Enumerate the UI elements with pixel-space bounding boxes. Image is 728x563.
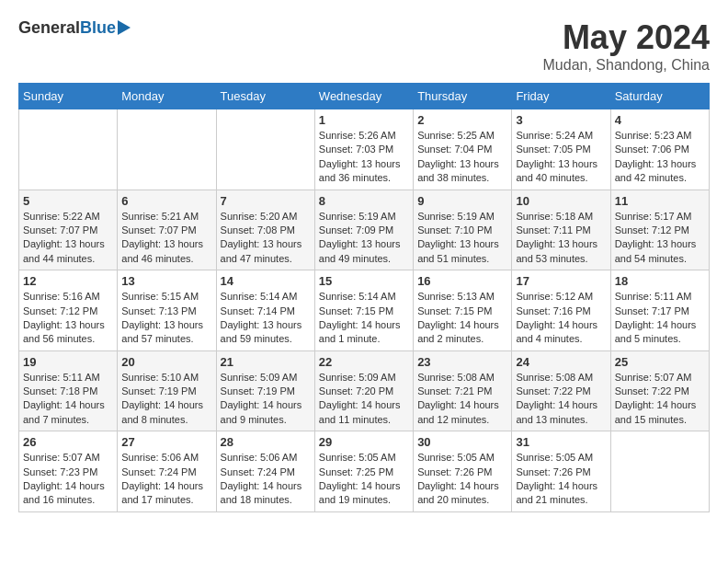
day-info: Sunrise: 5:12 AMSunset: 7:16 PMDaylight:…	[516, 290, 606, 347]
calendar-week-row: 5Sunrise: 5:22 AMSunset: 7:07 PMDaylight…	[19, 190, 710, 270]
day-info-line: Sunset: 7:25 PM	[319, 466, 393, 477]
day-info: Sunrise: 5:20 AMSunset: 7:08 PMDaylight:…	[221, 210, 311, 267]
day-info: Sunrise: 5:21 AMSunset: 7:07 PMDaylight:…	[121, 210, 211, 267]
day-number: 5	[23, 194, 113, 208]
day-info-line: Sunrise: 5:05 AM	[319, 452, 396, 463]
calendar-cell: 20Sunrise: 5:10 AMSunset: 7:19 PMDayligh…	[118, 350, 216, 431]
day-info-line: Sunset: 7:24 PM	[221, 466, 295, 477]
day-info-line: Sunrise: 5:16 AM	[23, 291, 100, 302]
calendar-cell: 26Sunrise: 5:07 AMSunset: 7:23 PMDayligh…	[19, 431, 118, 512]
day-info-line: Sunset: 7:22 PM	[516, 385, 590, 396]
day-info-line: and 57 minutes.	[121, 333, 193, 344]
day-info-line: Daylight: 13 hours	[23, 238, 105, 249]
calendar-cell	[216, 109, 314, 190]
day-info: Sunrise: 5:25 AMSunset: 7:04 PMDaylight:…	[417, 129, 507, 186]
day-info-line: Daylight: 14 hours	[23, 399, 105, 410]
calendar-cell: 24Sunrise: 5:08 AMSunset: 7:22 PMDayligh…	[512, 350, 610, 431]
day-info-line: Sunset: 7:08 PM	[221, 224, 295, 236]
day-info-line: Daylight: 14 hours	[417, 399, 499, 410]
calendar-cell: 17Sunrise: 5:12 AMSunset: 7:16 PMDayligh…	[512, 270, 610, 351]
weekday-header-sunday: Sunday	[19, 84, 118, 109]
day-info-line: and 51 minutes.	[417, 253, 489, 264]
day-info-line: and 9 minutes.	[221, 414, 287, 425]
day-number: 20	[121, 355, 211, 369]
title-block: May 2024 Mudan, Shandong, China	[543, 18, 710, 74]
day-info-line: Sunrise: 5:19 AM	[319, 211, 396, 222]
calendar-body: 1Sunrise: 5:26 AMSunset: 7:03 PMDaylight…	[19, 109, 710, 512]
day-info-line: Sunset: 7:12 PM	[23, 305, 97, 316]
day-info-line: Daylight: 14 hours	[221, 399, 302, 410]
day-info-line: Daylight: 14 hours	[319, 480, 401, 491]
day-info-line: and 59 minutes.	[221, 333, 292, 344]
day-info-line: Daylight: 13 hours	[221, 238, 302, 249]
day-info-line: Sunrise: 5:08 AM	[417, 372, 495, 383]
day-info-line: Sunset: 7:06 PM	[615, 144, 689, 155]
calendar-cell: 1Sunrise: 5:26 AMSunset: 7:03 PMDaylight…	[314, 109, 413, 190]
calendar-cell: 8Sunrise: 5:19 AMSunset: 7:09 PMDaylight…	[314, 190, 413, 270]
day-info-line: and 7 minutes.	[23, 414, 89, 425]
day-info-line: and 1 minute.	[319, 333, 381, 344]
calendar-cell: 13Sunrise: 5:15 AMSunset: 7:13 PMDayligh…	[118, 270, 216, 351]
calendar-week-row: 12Sunrise: 5:16 AMSunset: 7:12 PMDayligh…	[19, 270, 710, 351]
day-info-line: Daylight: 13 hours	[615, 158, 697, 169]
day-number: 19	[23, 355, 113, 369]
day-info: Sunrise: 5:10 AMSunset: 7:19 PMDaylight:…	[121, 371, 211, 428]
day-info-line: Daylight: 13 hours	[221, 319, 302, 330]
day-info-line: Sunset: 7:17 PM	[615, 305, 689, 316]
calendar-cell	[610, 431, 709, 512]
day-number: 15	[319, 274, 409, 288]
day-number: 2	[417, 113, 507, 127]
day-number: 17	[516, 274, 606, 288]
day-info: Sunrise: 5:05 AMSunset: 7:26 PMDaylight:…	[516, 451, 606, 508]
day-info-line: and 49 minutes.	[319, 253, 391, 264]
calendar-cell: 16Sunrise: 5:13 AMSunset: 7:15 PMDayligh…	[414, 270, 512, 351]
day-info-line: and 16 minutes.	[23, 494, 95, 505]
day-info-line: Daylight: 14 hours	[221, 480, 302, 491]
calendar-cell: 15Sunrise: 5:14 AMSunset: 7:15 PMDayligh…	[314, 270, 413, 351]
weekday-header-wednesday: Wednesday	[314, 84, 413, 109]
day-info-line: Daylight: 13 hours	[516, 158, 597, 169]
day-info-line: Sunset: 7:04 PM	[417, 144, 492, 155]
day-info: Sunrise: 5:23 AMSunset: 7:06 PMDaylight:…	[615, 129, 705, 186]
day-info-line: and 21 minutes.	[516, 494, 587, 505]
day-number: 26	[23, 435, 113, 449]
day-info-line: and 46 minutes.	[121, 253, 193, 264]
calendar-week-row: 19Sunrise: 5:11 AMSunset: 7:18 PMDayligh…	[19, 350, 710, 431]
day-info-line: and 19 minutes.	[319, 494, 391, 505]
day-info-line: Daylight: 14 hours	[319, 399, 401, 410]
day-info-line: Sunset: 7:22 PM	[615, 385, 689, 396]
day-info-line: Sunset: 7:13 PM	[121, 305, 196, 316]
logo-general: General	[18, 18, 80, 38]
day-info-line: Daylight: 14 hours	[417, 319, 499, 330]
day-info-line: Sunrise: 5:09 AM	[221, 372, 298, 383]
weekday-header-thursday: Thursday	[414, 84, 512, 109]
day-info-line: and 5 minutes.	[615, 333, 681, 344]
day-info-line: Sunset: 7:15 PM	[417, 305, 492, 316]
day-number: 13	[121, 274, 211, 288]
calendar-cell: 18Sunrise: 5:11 AMSunset: 7:17 PMDayligh…	[610, 270, 709, 351]
day-info-line: Sunset: 7:15 PM	[319, 305, 393, 316]
day-info-line: and 8 minutes.	[121, 414, 188, 425]
day-info: Sunrise: 5:24 AMSunset: 7:05 PMDaylight:…	[516, 129, 606, 186]
day-number: 22	[319, 355, 409, 369]
calendar-cell: 3Sunrise: 5:24 AMSunset: 7:05 PMDaylight…	[512, 109, 610, 190]
day-info-line: and 17 minutes.	[121, 494, 193, 505]
day-info-line: Sunrise: 5:14 AM	[221, 291, 298, 302]
calendar-table: SundayMondayTuesdayWednesdayThursdayFrid…	[18, 83, 710, 512]
day-info-line: Sunrise: 5:24 AM	[516, 130, 593, 141]
day-info-line: and 4 minutes.	[516, 333, 582, 344]
day-info-line: Daylight: 13 hours	[615, 238, 697, 249]
day-info-line: Sunset: 7:26 PM	[516, 466, 590, 477]
day-info-line: Sunset: 7:12 PM	[615, 224, 689, 236]
day-number: 31	[516, 435, 606, 449]
day-info-line: Sunset: 7:19 PM	[221, 385, 295, 396]
calendar-cell: 14Sunrise: 5:14 AMSunset: 7:14 PMDayligh…	[216, 270, 314, 351]
day-info-line: Sunrise: 5:22 AM	[23, 211, 100, 222]
logo: General Blue	[18, 18, 131, 38]
calendar-cell: 28Sunrise: 5:06 AMSunset: 7:24 PMDayligh…	[216, 431, 314, 512]
day-info-line: Sunset: 7:14 PM	[221, 305, 295, 316]
calendar-cell: 23Sunrise: 5:08 AMSunset: 7:21 PMDayligh…	[414, 350, 512, 431]
day-info-line: Daylight: 14 hours	[516, 319, 597, 330]
day-info: Sunrise: 5:26 AMSunset: 7:03 PMDaylight:…	[319, 129, 409, 186]
day-info-line: Daylight: 13 hours	[319, 238, 401, 249]
